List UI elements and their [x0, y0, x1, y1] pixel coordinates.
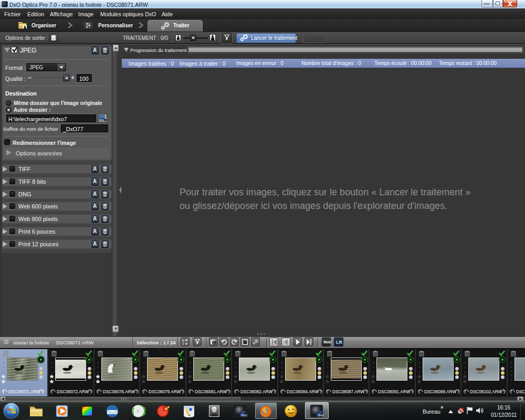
svg-text:Z: Z [182, 342, 184, 345]
svg-text:DxO: DxO [242, 414, 247, 417]
svg-text:DxO: DxO [318, 414, 324, 417]
